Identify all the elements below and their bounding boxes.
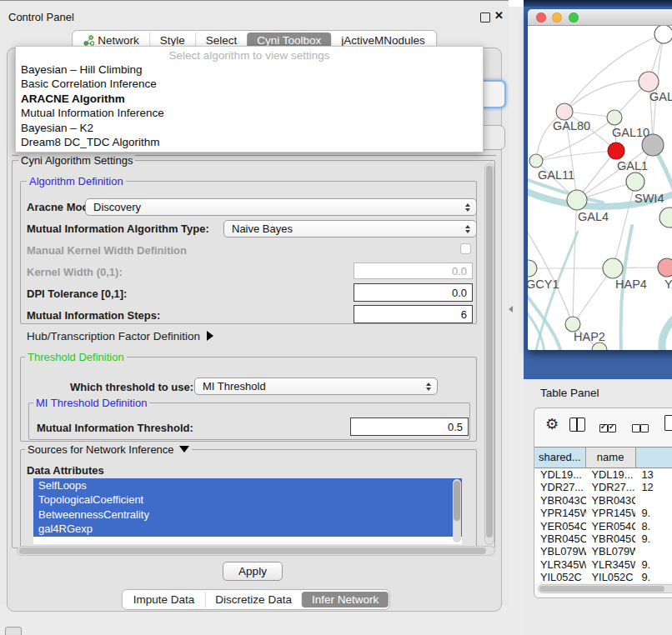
aracne-mode-value: Discovery bbox=[86, 201, 465, 213]
algorithm-dropdown-popup: Select algorithm to view settings Bayesi… bbox=[15, 46, 484, 152]
node-label: GAL1 bbox=[617, 159, 648, 172]
scrollbar-thumb[interactable] bbox=[486, 166, 493, 538]
kernel-width-label: Kernel Width (0,1): bbox=[27, 266, 123, 278]
table-cell bbox=[635, 494, 672, 507]
column-header[interactable]: name bbox=[586, 448, 636, 468]
table-row[interactable]: YBR045CYBR045C9. bbox=[534, 532, 672, 545]
dpi-tolerance-label: DPI Tolerance [0,1]: bbox=[27, 288, 127, 300]
split-columns-icon[interactable] bbox=[569, 418, 585, 432]
column-header[interactable]: shared... bbox=[534, 448, 586, 468]
panel-title: Control Panel bbox=[8, 11, 74, 23]
network-node[interactable] bbox=[607, 110, 622, 125]
scrollbar-thumb[interactable] bbox=[454, 481, 460, 521]
network-canvas[interactable]: GALGAL80GAL10GAL1SWI4GAL11GAL4GCY1HAP4YH… bbox=[528, 26, 672, 350]
kernel-width-field[interactable] bbox=[354, 262, 473, 279]
node-label: GAL bbox=[649, 90, 672, 103]
table-row[interactable]: YBL079WYBL079W bbox=[534, 545, 672, 558]
table-row[interactable]: YIL052CYIL052C9. bbox=[534, 571, 672, 582]
network-node[interactable] bbox=[529, 154, 543, 168]
network-edge-highlighted bbox=[662, 313, 672, 350]
node-label: HAP4 bbox=[615, 278, 647, 291]
scrollbar-thumb[interactable] bbox=[539, 586, 664, 592]
network-node[interactable] bbox=[658, 258, 672, 277]
hub-definition-toggle[interactable]: Hub/Transcription Factor Definition bbox=[27, 330, 213, 342]
manual-kernel-checkbox[interactable] bbox=[460, 243, 471, 254]
hub-definition-label: Hub/Transcription Factor Definition bbox=[27, 330, 200, 342]
table-row[interactable]: YDR27...YDR27...12 bbox=[534, 481, 672, 493]
close-panel-icon[interactable]: ✕ bbox=[494, 9, 504, 22]
data-attribute-item[interactable]: BetweennessCentrality bbox=[33, 508, 462, 522]
select-all-icon[interactable] bbox=[599, 421, 616, 436]
table-row[interactable]: YBR043CYBR043C bbox=[534, 494, 672, 507]
network-icon bbox=[83, 35, 94, 46]
minimize-traffic-light-icon[interactable] bbox=[552, 12, 562, 22]
algorithm-definition-title: Algorithm Definition bbox=[27, 175, 126, 188]
table-horizontal-scrollbar[interactable] bbox=[538, 584, 672, 593]
data-attributes-label: Data Attributes bbox=[27, 464, 104, 477]
data-attribute-item[interactable]: gal4RGexp bbox=[33, 522, 462, 536]
float-panel-icon[interactable] bbox=[480, 12, 490, 22]
column-header[interactable] bbox=[636, 448, 672, 468]
network-node[interactable] bbox=[528, 260, 537, 277]
minimized-panel-icon[interactable] bbox=[5, 627, 22, 635]
mi-threshold-group-title: MI Threshold Definition bbox=[33, 397, 149, 409]
bottom-tab-discretize-data[interactable]: Discretize Data bbox=[204, 592, 302, 608]
network-window-titlebar[interactable] bbox=[528, 9, 672, 26]
algorithm-option[interactable]: Mutual Information Inference bbox=[16, 106, 483, 120]
deselect-all-icon[interactable] bbox=[632, 421, 649, 436]
algorithm-placeholder: Select algorithm to view settings bbox=[16, 47, 483, 62]
apply-button[interactable]: Apply bbox=[223, 562, 283, 581]
manual-kernel-label: Manual Kernel Width Definition bbox=[27, 244, 187, 257]
mi-steps-field[interactable] bbox=[354, 305, 473, 323]
dpi-tolerance-field[interactable] bbox=[354, 283, 473, 302]
algorithm-option[interactable]: Basic Correlation Inference bbox=[16, 77, 483, 91]
bottom-tab-impute-data[interactable]: Impute Data bbox=[123, 592, 205, 608]
table-row[interactable]: YLR345WYLR345W9. bbox=[534, 558, 672, 571]
algorithm-option[interactable]: Bayesian – Hill Climbing bbox=[16, 62, 483, 77]
algorithm-option[interactable]: Bayesian – K2 bbox=[16, 121, 483, 135]
scrollbar-thumb[interactable] bbox=[19, 548, 486, 554]
mi-algorithm-type-label: Mutual Information Algorithm Type: bbox=[27, 222, 209, 235]
network-node[interactable] bbox=[567, 190, 587, 210]
splitter-arrow-icon[interactable] bbox=[509, 306, 513, 312]
table-cell: 9. bbox=[635, 571, 672, 582]
table-cell: YDR27... bbox=[534, 481, 586, 493]
network-node[interactable] bbox=[654, 26, 672, 43]
close-traffic-light-icon[interactable] bbox=[536, 12, 546, 22]
table-cell: 9. bbox=[635, 558, 672, 571]
sources-toggle[interactable]: Sources for Network Inference bbox=[25, 443, 192, 456]
settings-vertical-scrollbar[interactable] bbox=[484, 163, 494, 545]
aracne-mode-combobox[interactable]: Discovery bbox=[85, 198, 477, 216]
network-view-window[interactable]: GALGAL80GAL10GAL1SWI4GAL11GAL4GCY1HAP4YH… bbox=[528, 9, 672, 350]
table-row[interactable]: YER054CYER054C8. bbox=[534, 520, 672, 532]
network-node[interactable] bbox=[603, 258, 623, 278]
bottom-tab-bar: Impute DataDiscretize DataInfer Network bbox=[122, 589, 390, 610]
network-node[interactable] bbox=[639, 72, 659, 92]
network-node[interactable] bbox=[608, 142, 624, 159]
network-node[interactable] bbox=[556, 103, 573, 120]
zoom-traffic-light-icon[interactable] bbox=[569, 12, 579, 22]
table-row[interactable]: YPR145WYPR145W9. bbox=[534, 507, 672, 519]
table-row[interactable]: YDL19...YDL19...13 bbox=[534, 468, 672, 481]
mi-threshold-field[interactable] bbox=[350, 418, 469, 436]
which-threshold-value: MI Threshold bbox=[195, 380, 426, 392]
which-threshold-combobox[interactable]: MI Threshold bbox=[194, 378, 438, 395]
sources-title: Sources for Network Inference bbox=[28, 443, 174, 456]
data-attribute-item[interactable]: SelfLoops bbox=[33, 478, 462, 492]
network-node[interactable] bbox=[592, 342, 607, 350]
table-cell: YPR145W bbox=[534, 507, 586, 519]
algorithm-option[interactable]: Dream8 DC_TDC Algorithm bbox=[16, 135, 483, 149]
document-icon[interactable] bbox=[664, 415, 672, 431]
table-cell: YBR043C bbox=[586, 494, 636, 507]
table-cell: 12 bbox=[635, 481, 672, 493]
algorithm-option[interactable]: ARACNE Algorithm bbox=[16, 92, 483, 106]
data-attribute-item[interactable]: TopologicalCoefficient bbox=[33, 492, 462, 507]
list-scrollbar[interactable] bbox=[453, 479, 461, 542]
network-node[interactable] bbox=[659, 208, 672, 228]
settings-horizontal-scrollbar[interactable] bbox=[17, 546, 495, 556]
gear-icon[interactable]: ⚙ bbox=[545, 415, 559, 432]
mi-algorithm-type-combobox[interactable]: Naive Bayes bbox=[223, 220, 477, 238]
network-node[interactable] bbox=[626, 172, 644, 191]
bottom-tab-infer-network[interactable]: Infer Network bbox=[302, 592, 389, 608]
table-cell: YER054C bbox=[586, 520, 636, 532]
